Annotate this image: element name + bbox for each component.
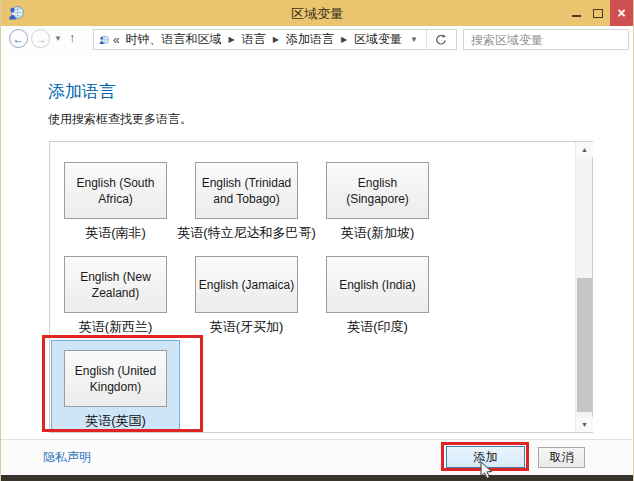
language-cell-english-trinidad-tobago[interactable]: English (Trinidad and Tobago) 英语(特立尼达和多巴… <box>181 147 312 241</box>
language-caption: 英语(新西兰) <box>79 318 153 336</box>
language-grid: English (South Africa) 英语(南非) English (T… <box>50 142 575 432</box>
cancel-button[interactable]: 取消 <box>538 447 585 468</box>
address-dropdown-button[interactable]: ▼ <box>402 35 426 44</box>
close-button[interactable]: × <box>610 0 633 26</box>
history-dropdown-button[interactable]: ▼ <box>54 34 62 43</box>
address-language-icon <box>99 33 109 47</box>
maximize-icon <box>593 9 603 18</box>
breadcrumb-separator-icon[interactable]: ▶ <box>341 35 347 44</box>
breadcrumb-overflow-icon[interactable]: « <box>113 33 120 47</box>
language-tile[interactable]: English (New Zealand) <box>64 256 167 313</box>
language-cell-english-south-africa[interactable]: English (South Africa) 英语(南非) <box>50 147 181 241</box>
breadcrumb-separator-icon[interactable]: ▶ <box>229 35 235 44</box>
breadcrumb-segment-language[interactable]: 语言 <box>242 31 266 48</box>
language-caption: 英语(牙买加) <box>210 318 284 336</box>
add-button[interactable]: 添加 <box>446 446 525 468</box>
language-tile[interactable]: English (India) <box>326 256 429 313</box>
scrollbar-thumb[interactable] <box>577 278 592 412</box>
back-icon: ← <box>13 32 25 46</box>
chevron-down-icon: ▼ <box>410 35 418 44</box>
window-title: 区域变量 <box>1 5 633 23</box>
up-arrow-icon: ↑ <box>69 30 76 45</box>
language-tile[interactable]: English (South Africa) <box>64 162 167 219</box>
back-button[interactable]: ← <box>9 29 28 48</box>
up-button[interactable]: ↑ <box>69 30 76 45</box>
language-tile[interactable]: English (Singapore) <box>326 162 429 219</box>
language-cell-english-singapore[interactable]: English (Singapore) 英语(新加坡) <box>312 147 443 241</box>
refresh-button[interactable] <box>426 30 454 50</box>
breadcrumb: « 时钟、语言和区域 ▶ 语言 ▶ 添加语言 ▶ 区域变量 <box>109 31 402 48</box>
language-caption: 英语(新加坡) <box>341 224 415 242</box>
language-name: English (United Kingdom) <box>67 363 164 395</box>
scroll-up-icon: ▲ <box>581 146 588 153</box>
search-input[interactable] <box>469 32 628 48</box>
language-name: English (Jamaica) <box>199 277 294 293</box>
minimize-icon <box>572 15 581 17</box>
language-name: English (Trinidad and Tobago) <box>198 175 295 207</box>
breadcrumb-segment-region-variable[interactable]: 区域变量 <box>354 31 402 48</box>
language-caption: 英语(南非) <box>85 224 146 242</box>
minimize-button[interactable] <box>565 0 587 26</box>
scroll-up-button[interactable]: ▲ <box>576 142 593 157</box>
language-name: English (South Africa) <box>67 175 164 207</box>
language-cell-english-new-zealand[interactable]: English (New Zealand) 英语(新西兰) <box>50 241 181 335</box>
maximize-button[interactable] <box>587 0 609 26</box>
language-name: English (New Zealand) <box>67 269 164 301</box>
language-cell-english-united-kingdom-selected[interactable]: English (United Kingdom) 英语(英国) <box>50 335 181 429</box>
language-caption: 英语(特立尼达和多巴哥) <box>177 224 316 242</box>
language-tile[interactable]: English (Trinidad and Tobago) <box>195 162 298 219</box>
search-box <box>463 29 629 50</box>
breadcrumb-separator-icon[interactable]: ▶ <box>273 35 279 44</box>
control-panel-window: 区域变量 × ← ← ▼ ↑ « 时钟、语言和区域 ▶ 语言 ▶ 添加语言 ▶ <box>0 0 634 481</box>
forward-button[interactable]: ← <box>31 29 50 48</box>
privacy-statement-link[interactable]: 隐私声明 <box>43 449 91 466</box>
title-bar: 区域变量 × <box>1 0 633 26</box>
language-tile[interactable]: English (Jamaica) <box>195 256 298 313</box>
language-caption: 英语(印度) <box>347 318 408 336</box>
language-caption: 英语(英国) <box>85 412 146 430</box>
window-bottom-border <box>1 475 633 481</box>
address-bar[interactable]: « 时钟、语言和区域 ▶ 语言 ▶ 添加语言 ▶ 区域变量 ▼ <box>93 29 457 50</box>
breadcrumb-segment-add-language[interactable]: 添加语言 <box>286 31 334 48</box>
page-title: 添加语言 <box>48 80 116 103</box>
language-list: English (South Africa) 英语(南非) English (T… <box>49 141 593 433</box>
refresh-icon <box>435 34 447 46</box>
chevron-down-icon: ▼ <box>54 34 62 43</box>
breadcrumb-segment-clock-language-region[interactable]: 时钟、语言和区域 <box>126 31 222 48</box>
page-subtitle: 使用搜索框查找更多语言。 <box>48 111 192 128</box>
vertical-scrollbar[interactable]: ▲ ▼ <box>575 142 592 432</box>
language-name: English (India) <box>339 277 416 293</box>
scroll-down-button[interactable]: ▼ <box>576 417 593 432</box>
navigation-bar: ← ← ▼ ↑ « 时钟、语言和区域 ▶ 语言 ▶ 添加语言 ▶ 区域变量 ▼ <box>1 26 633 56</box>
forward-icon: ← <box>35 32 47 46</box>
language-cell-english-india[interactable]: English (India) 英语(印度) <box>312 241 443 335</box>
close-icon: × <box>617 5 625 21</box>
language-tile[interactable]: English (United Kingdom) <box>64 350 167 407</box>
language-cell-english-jamaica[interactable]: English (Jamaica) 英语(牙买加) <box>181 241 312 335</box>
footer: 隐私声明 添加 取消 <box>1 440 633 475</box>
scroll-down-icon: ▼ <box>581 421 588 428</box>
language-name: English (Singapore) <box>329 175 426 207</box>
